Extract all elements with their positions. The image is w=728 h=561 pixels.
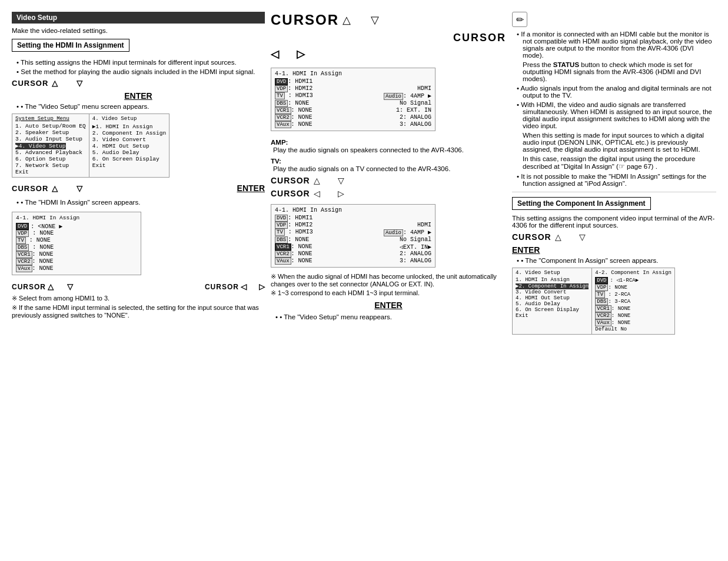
cursor-label-4: CURSOR: [205, 283, 239, 291]
mid-hdmi-top-vcr1: VCR1: NONE 1: EXT. IN: [275, 107, 431, 114]
asterisk-note-1: Select from among HDMI1 to 3.: [12, 295, 265, 302]
mid-bot-dbs: DBS: NONE No Signal: [275, 236, 431, 243]
section-title-video-setup: Video Setup: [12, 12, 265, 24]
mid-down-arrow: ▽: [371, 14, 379, 26]
comp-r-vdp: VDP: NONE: [595, 284, 672, 291]
mid-cursor-top: CURSOR △ ▽: [271, 12, 506, 28]
hdmi-row-dvd: DVD : <NONE ▶: [16, 223, 137, 230]
section-intro: Make the video-related settings.: [12, 27, 265, 34]
comp-dvd-key: DVD: [595, 277, 608, 284]
mid-bot-tv: TV : HDMI3 Audio: 4AMP ▶: [275, 229, 431, 236]
mid-right-arrow: ▷: [297, 48, 305, 61]
comp-r-vaux: VAux: NONE: [595, 319, 672, 326]
right-bullet-4c: In this case, reassign the digital input…: [517, 155, 716, 171]
component-header: Setting the Component In Assignment: [512, 197, 651, 210]
hdmi-row-vcr2: VCR2: NONE: [16, 258, 137, 265]
dbs-key: DBS: [16, 244, 29, 251]
mid-enter-note: • The "Video Setup" menu reappears.: [275, 313, 506, 320]
mid-bot-vcr1: VCR1: NONE ◁EXT. IN▶: [275, 243, 431, 251]
video-menu-exit: Exit: [92, 162, 166, 169]
mid-column: CURSOR △ ▽ CURSOR ◁ ▷ 4-1. HDMI In Assig…: [271, 12, 506, 549]
tv-label: TV:: [271, 158, 281, 165]
enter-note-1: • The "Video Setup" menu screen appears.: [16, 103, 265, 110]
comp-cursor-up: △: [555, 232, 561, 242]
hdmi-row-dbs: DBS : NONE: [16, 244, 137, 251]
amp-block: AMP: Play the audio signals on speakers …: [271, 138, 506, 153]
mid-cursor-label-top: CURSOR: [271, 12, 339, 28]
hdmi-row-vcr1: VCR1: NONE: [16, 251, 137, 258]
comp-r-dbs: DBS: 3-RCA: [595, 298, 672, 305]
hdmi-row-tv: TV : NONE: [16, 237, 137, 244]
vdp-key: VDP: [16, 230, 29, 237]
mid-cursor2-up: △: [314, 176, 320, 185]
mid-hdmi-screen-bottom: 4-1. HDMI In Assign DVD: HDMI1 VDP: HDMI…: [271, 204, 436, 268]
comp-l-5: 5. Audio Delay: [516, 301, 589, 307]
comp-screen-left-title: 4. Video Setup: [516, 270, 589, 276]
comp-cursor-label: CURSOR: [512, 232, 551, 242]
cursor-label-1: CURSOR: [12, 79, 48, 88]
menu-item-exit: Exit: [15, 169, 86, 175]
cursor-right-side: CURSOR: [271, 32, 506, 44]
mid-bot-dvd: DVD: HDMI1: [275, 215, 431, 222]
asterisk-note-2: If the same HDMI input terminal is selec…: [12, 304, 265, 319]
video-setup-menu: 4. Video Setup ▶1. HDMI In Assign 2. Com…: [89, 113, 169, 178]
video-menu-item-1: ▶1. HDMI In Assign: [92, 123, 166, 130]
down-arrow-1: ▽: [77, 79, 82, 88]
hdmi-assignment-header: Setting the HDMI In Assignment: [12, 39, 129, 52]
comp-dvd-val: : ◁1-RCA▶: [610, 277, 639, 284]
comp-screen-right: 4-2. Component In Assign DVD : ◁1-RCA▶ V…: [592, 268, 675, 335]
comp-r-vcr2: VCR2: NONE: [595, 312, 672, 319]
hdmi-assign-screen: 4-1. HDMI In Assign DVD : <NONE ▶ VDP : …: [12, 212, 141, 275]
enter-label-2: ENTER: [237, 183, 265, 193]
hdmi-screen-title: 4-1. HDMI In Assign: [16, 215, 137, 221]
dvd-val: : <NONE ▶: [31, 223, 62, 230]
cursor-3: CURSOR △ ▽: [12, 282, 73, 291]
comp-l-6: 6. On Screen Display: [516, 307, 589, 313]
left-arrow-4: ◁: [241, 282, 247, 291]
right-divider: [512, 192, 716, 192]
comp-enter-label: ENTER: [512, 245, 716, 255]
mid-hdmi-top-vcr2: VCR2: NONE 2: ANALOG: [275, 114, 431, 121]
mid-enter-label: ENTER: [271, 300, 506, 310]
left-column: Video Setup Make the video-related setti…: [12, 12, 265, 549]
comp-l-2: ▶2. Component In Assign: [516, 283, 589, 289]
hdmi-row-vdp: VDP : NONE: [16, 230, 137, 237]
mid-hdmi-top-vdp: VDP: HDMI2 HDMI: [275, 85, 431, 92]
menu-item-6: 6. Option Setup: [15, 156, 86, 162]
cursor-row-3-4: CURSOR △ ▽ CURSOR ◁ ▷: [12, 282, 265, 291]
mid-left-arrow: ◁: [271, 48, 279, 61]
amp-text: Play the audio signals on speakers conne…: [273, 146, 506, 153]
mid-lr-arrows: ◁ ▷: [271, 48, 506, 61]
video-menu-item-2: 2. Component In Assign: [92, 130, 166, 136]
system-menu-title: System Setup Menu: [15, 116, 86, 122]
mid-cursor3-label: CURSOR: [271, 189, 310, 198]
comp-l-exit: Exit: [516, 313, 589, 319]
mid-bot-vdp: VDP: HDMI2 HDMI: [275, 222, 431, 229]
mid-hdmi-top-dbs: DBS: NONE No Signal: [275, 100, 431, 107]
tv-key: TV: [16, 237, 26, 244]
mid-up-arrow: △: [343, 14, 351, 26]
comp-l-3: 3. Video Convert: [516, 289, 589, 295]
comp-screen-right-title: 4-2. Component In Assign: [595, 270, 672, 276]
mid-cursor2-label: CURSOR: [271, 176, 310, 185]
mid-hdmi-screen-bottom-title: 4-1. HDMI In Assign: [275, 207, 431, 213]
tv-block: TV: Play the audio signals on a TV conne…: [271, 157, 506, 172]
comp-l-1: 1. HDMI In Assign: [516, 277, 589, 283]
menu-item-1: 1. Auto Setup/Room EQ: [15, 123, 86, 129]
amp-label: AMP:: [271, 139, 288, 146]
right-bullet-4b: When this setting is made for input sour…: [517, 132, 716, 153]
comp-r-dvd: DVD : ◁1-RCA▶: [595, 277, 672, 284]
right-bullet-3: Audio signals input from the analog and …: [517, 85, 716, 99]
up-arrow-2: △: [52, 184, 58, 193]
down-arrow-3: ▽: [67, 282, 73, 291]
mid-cursor3-left: ◁: [314, 189, 320, 198]
menu-item-2: 2. Speaker Setup: [15, 129, 86, 136]
mid-hdmi-top-vaux: VAux: NONE 3: ANALOG: [275, 121, 431, 128]
right-bullet-5: It is not possible to make the "HDMI In …: [517, 173, 716, 187]
comp-r-vcr1: VCR1: NONE: [595, 305, 672, 312]
hdmi-bullet-1: This setting assigns the HDMI input term…: [16, 59, 265, 66]
cursor-4: CURSOR ◁ ▷: [205, 282, 265, 291]
mid-cursor-row-3: CURSOR ◁ ▷: [271, 189, 506, 198]
menu-item-4: ▶4. Video Setup: [15, 142, 86, 149]
comp-r-tv: TV : 2-RCA: [595, 291, 672, 298]
